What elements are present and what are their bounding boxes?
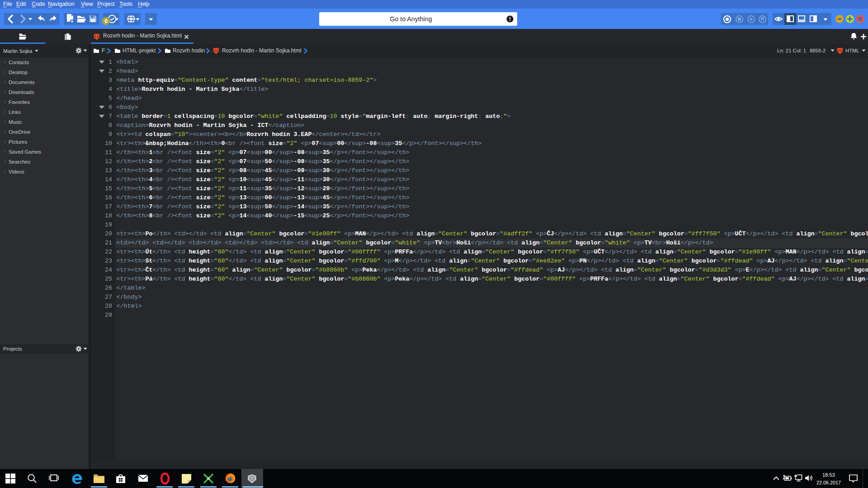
svg-text:0: 0 xyxy=(104,18,108,24)
